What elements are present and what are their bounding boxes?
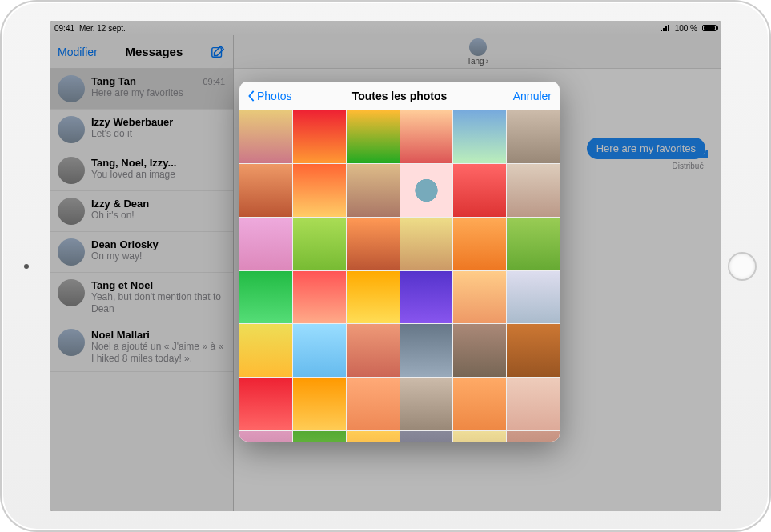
- photo-thumbnail[interactable]: [453, 218, 506, 270]
- picker-header: Photos Toutes les photos Annuler: [239, 82, 560, 110]
- photo-thumbnail[interactable]: [453, 431, 506, 442]
- photo-thumbnail[interactable]: [239, 218, 292, 270]
- front-camera-dot: [24, 264, 29, 269]
- photo-grid[interactable]: [239, 110, 560, 442]
- photo-thumbnail[interactable]: [400, 218, 453, 270]
- photo-thumbnail[interactable]: [507, 431, 560, 442]
- photo-thumbnail[interactable]: [453, 378, 506, 430]
- photo-thumbnail[interactable]: [400, 324, 453, 377]
- photo-thumbnail[interactable]: [400, 378, 453, 430]
- photo-thumbnail[interactable]: [507, 271, 560, 324]
- photo-thumbnail[interactable]: [507, 218, 560, 270]
- photo-thumbnail[interactable]: [239, 431, 292, 442]
- photo-thumbnail[interactable]: [453, 271, 506, 324]
- picker-back-button[interactable]: Photos: [247, 90, 292, 102]
- photo-thumbnail[interactable]: [293, 431, 346, 442]
- photo-thumbnail[interactable]: [239, 271, 292, 324]
- photo-thumbnail[interactable]: [507, 378, 560, 430]
- photo-thumbnail[interactable]: [347, 271, 400, 324]
- photo-thumbnail[interactable]: [400, 431, 453, 442]
- photo-thumbnail[interactable]: [347, 378, 400, 430]
- photo-thumbnail[interactable]: [507, 324, 560, 377]
- photo-thumbnail[interactable]: [347, 431, 400, 442]
- ipad-frame: 09:41 Mer. 12 sept. 100 % Modifier Messa…: [0, 0, 771, 532]
- photo-thumbnail[interactable]: [347, 218, 400, 270]
- photo-thumbnail[interactable]: [239, 324, 292, 377]
- photo-thumbnail[interactable]: [453, 110, 506, 163]
- photo-thumbnail[interactable]: [400, 271, 453, 324]
- photo-thumbnail[interactable]: [293, 110, 346, 163]
- photo-picker-popover: Photos Toutes les photos Annuler: [239, 82, 560, 442]
- photo-thumbnail[interactable]: [239, 378, 292, 430]
- photo-thumbnail[interactable]: [507, 164, 560, 217]
- photo-thumbnail[interactable]: [400, 164, 453, 217]
- photo-thumbnail[interactable]: [507, 110, 560, 163]
- photo-thumbnail[interactable]: [293, 271, 346, 324]
- picker-cancel-button[interactable]: Annuler: [513, 90, 552, 102]
- photo-thumbnail[interactable]: [293, 378, 346, 430]
- photo-thumbnail[interactable]: [239, 164, 292, 217]
- photo-thumbnail[interactable]: [347, 164, 400, 217]
- home-button[interactable]: [728, 252, 757, 281]
- photo-thumbnail[interactable]: [400, 110, 453, 163]
- photo-thumbnail[interactable]: [239, 110, 292, 163]
- picker-back-label: Photos: [257, 90, 292, 102]
- photo-thumbnail[interactable]: [293, 324, 346, 377]
- photo-thumbnail[interactable]: [453, 164, 506, 217]
- photo-thumbnail[interactable]: [293, 218, 346, 270]
- photo-thumbnail[interactable]: [347, 110, 400, 163]
- screen: 09:41 Mer. 12 sept. 100 % Modifier Messa…: [50, 21, 721, 511]
- photo-thumbnail[interactable]: [453, 324, 506, 377]
- photo-thumbnail[interactable]: [293, 164, 346, 217]
- photo-thumbnail[interactable]: [347, 324, 400, 377]
